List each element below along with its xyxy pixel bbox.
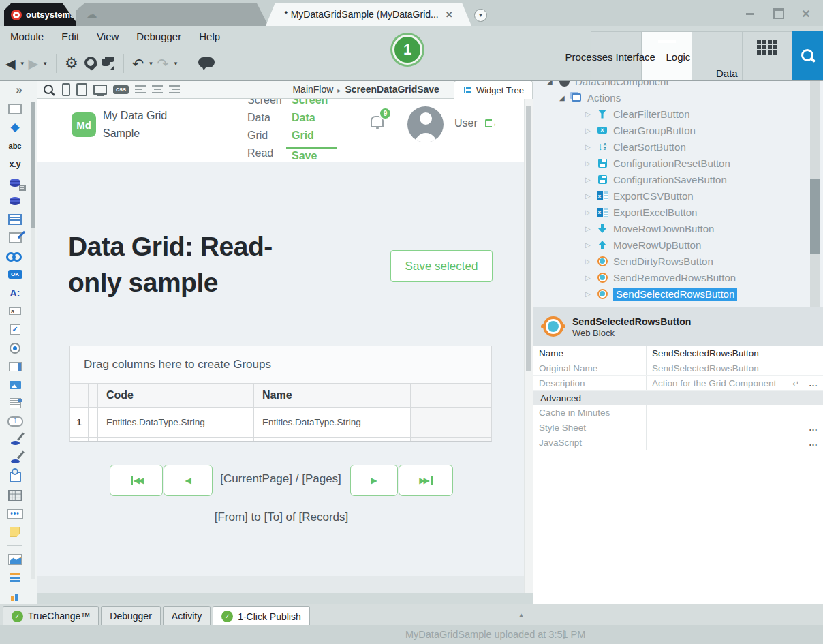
radio-button-icon[interactable] (2, 339, 28, 357)
prop-section-Advanced[interactable]: Advanced (533, 391, 823, 405)
bottom-tab-debugger[interactable]: Debugger (101, 606, 161, 626)
menu-debugger[interactable]: Debugger (127, 28, 190, 45)
image-icon[interactable] (2, 375, 28, 394)
tree-item-ExportExcelButton[interactable]: ExportExcelButton (533, 204, 823, 220)
expand-arrow-icon[interactable] (585, 110, 596, 118)
expand-arrow-icon[interactable] (585, 176, 596, 183)
table-row[interactable]: 1 Entities.DataType.String Entities.Data… (69, 407, 492, 437)
container-icon[interactable] (2, 99, 28, 118)
collapse-panel-icon[interactable] (518, 611, 525, 619)
prop-value[interactable] (647, 405, 823, 420)
nav-item-save[interactable]: Data (292, 112, 315, 124)
close-tab-icon[interactable] (446, 10, 453, 20)
expand-arrow-icon[interactable] (585, 159, 596, 167)
variable-icon[interactable] (2, 155, 28, 173)
back-dropdown-icon[interactable]: ▼ (20, 61, 25, 67)
column-header-name[interactable]: Name (254, 384, 411, 407)
checkbox-icon[interactable] (2, 320, 28, 339)
canvas-scrollbar[interactable] (524, 99, 533, 593)
aggregate-icon[interactable] (2, 173, 28, 191)
expand-arrow-icon[interactable] (585, 225, 596, 232)
expression-icon[interactable] (2, 118, 28, 136)
nav-item-save[interactable]: Screen (292, 99, 328, 106)
menu-edit[interactable]: Edit (52, 28, 88, 45)
tab-data[interactable]: Data (742, 31, 792, 80)
bar-chart-icon[interactable] (2, 568, 28, 587)
prop-value[interactable]: Action for the Grid Component… (647, 376, 823, 390)
expand-arrow-icon[interactable] (585, 258, 596, 265)
undo-dropdown-icon[interactable]: ▼ (148, 61, 153, 67)
data-grid-widget[interactable]: Drag columns here to create Groups Code … (69, 346, 492, 442)
first-page-button[interactable] (110, 465, 163, 496)
align-left-icon[interactable] (135, 85, 146, 93)
scrollbar-thumb[interactable] (526, 106, 531, 371)
tree-item-MoveRowUpButton[interactable]: MoveRowUpButton (533, 236, 823, 253)
ellipsis-icon[interactable]: … (809, 438, 818, 448)
screen-canvas[interactable]: Md My Data Grid Sample Screen Data Grid … (37, 99, 533, 593)
prop-value[interactable]: SendSelectedRowsButton (647, 346, 823, 361)
text-icon[interactable] (2, 136, 28, 155)
maximize-button[interactable] (771, 7, 786, 20)
bottom-tab-activity[interactable]: Activity (163, 606, 211, 626)
nav-item-read[interactable]: Data (247, 112, 270, 124)
web-block-puzzle-icon[interactable] (2, 467, 28, 486)
align-center-icon[interactable] (152, 85, 163, 93)
prop-value[interactable]: SendSelectedRowsButton (647, 361, 823, 375)
ellipsis-icon[interactable]: … (809, 423, 818, 433)
desktop-preview-icon[interactable] (93, 83, 107, 96)
app-logo-badge[interactable]: Md (72, 112, 96, 137)
widget-tree-button[interactable]: Widget Tree (454, 80, 533, 99)
next-page-button[interactable] (350, 465, 398, 496)
label-icon[interactable] (2, 283, 28, 302)
tree-item-Actions[interactable]: Actions (533, 89, 823, 106)
link-icon[interactable] (2, 247, 28, 265)
tree-item-ClearFilterButton[interactable]: ClearFilterButton (533, 106, 823, 122)
feedback-bubble-icon[interactable] (198, 57, 215, 70)
upload-icon[interactable] (2, 412, 28, 431)
redo-button[interactable]: ↷ (157, 57, 169, 71)
grid-group-dropzone[interactable]: Drag columns here to create Groups (69, 346, 492, 384)
app-title[interactable]: My Data Grid Sample (103, 107, 167, 142)
back-button[interactable]: ◀ (5, 57, 16, 70)
tree-item-ClearGroupButton[interactable]: ClearGroupButton (533, 122, 823, 138)
input-icon[interactable] (2, 302, 28, 320)
expand-arrow-icon[interactable] (585, 143, 596, 151)
menu-help[interactable]: Help (190, 28, 229, 45)
tree-item-ExportCSVButton[interactable]: ExportCSVButton (533, 187, 823, 204)
form-icon[interactable] (2, 210, 28, 228)
expand-arrow-icon[interactable] (585, 274, 596, 281)
table-icon[interactable] (2, 486, 28, 504)
nav-item-save[interactable]: Grid (292, 129, 314, 142)
tree-item-SendSelectedRowsButton[interactable]: SendSelectedRowsButton (533, 286, 823, 302)
tree-item-DataGridComponent[interactable]: DataGridComponent (533, 80, 823, 89)
combo-box-icon[interactable] (2, 357, 28, 375)
tablet-preview-icon[interactable] (76, 83, 87, 96)
breadcrumb-screen[interactable]: ScreenDataGridSave (345, 84, 439, 95)
tree-scrollbar[interactable] (810, 80, 820, 307)
redo-dropdown-icon[interactable]: ▼ (173, 61, 178, 67)
align-right-icon[interactable] (169, 85, 180, 93)
theme-icon[interactable] (2, 431, 28, 449)
column-header-code[interactable]: Code (98, 384, 254, 407)
bottom-tab-truechange™[interactable]: TrueChange™ (3, 606, 99, 626)
list-records-icon[interactable] (2, 394, 28, 412)
nav-item-read[interactable]: Read (247, 147, 273, 159)
code-cell[interactable]: Entities.DataType.String (98, 408, 254, 437)
prop-value[interactable]: … (647, 420, 823, 435)
brand-tab[interactable]: outsystems (4, 3, 79, 26)
tree-item-SendDirtyRowsButton[interactable]: SendDirtyRowsButton (533, 253, 823, 269)
bottom-tab-1-click-publish[interactable]: 1-Click Publish (213, 606, 310, 626)
expand-arrow-icon[interactable] (585, 192, 596, 200)
forward-dropdown-icon[interactable]: ▼ (42, 61, 48, 67)
expand-arrow-icon[interactable] (585, 290, 596, 298)
menu-module[interactable]: Module (1, 28, 52, 45)
previous-page-button[interactable] (164, 465, 213, 496)
minimize-button[interactable] (743, 7, 758, 20)
nav-item-read[interactable]: Grid (247, 129, 268, 142)
scrollbar-thumb[interactable] (31, 102, 35, 228)
button-icon[interactable] (2, 265, 28, 283)
forward-button[interactable]: ▶ (29, 57, 39, 70)
area-chart-icon[interactable] (2, 550, 28, 568)
expand-arrow-icon[interactable] (585, 209, 596, 216)
expand-arrow-icon[interactable] (585, 127, 596, 134)
